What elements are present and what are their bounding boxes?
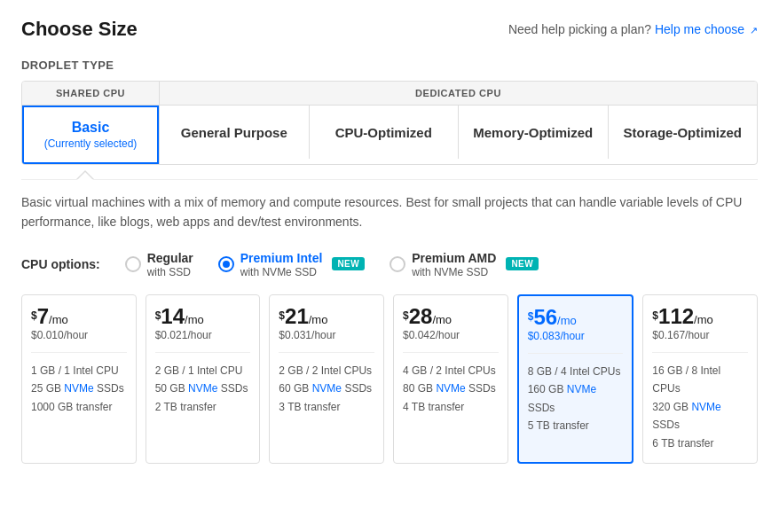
price-hour-5: $0.167/hour [652,329,748,341]
shared-cpu-column: SHARED CPU Basic (Currently selected) [22,82,160,164]
price-main-1: $14/mo [155,306,251,327]
price-hour-3: $0.042/hour [403,329,499,341]
spec-line-4-2: 5 TB transfer [528,417,624,434]
price-per-2: /mo [309,313,328,326]
price-main-5: $112/mo [652,306,748,327]
spec-line-0-0: 1 GB / 1 Intel CPU [31,362,127,379]
spec-line-0-1: 25 GB NVMe SSDs [31,379,127,397]
spec-line-1-2: 2 TB transfer [155,398,251,416]
premium-intel-radio-circle[interactable] [218,256,234,272]
price-amount-3: 28 [409,304,433,328]
spec-line-3-1: 80 GB NVMe SSDs [403,379,499,397]
spec-line-5-2: 6 TB transfer [652,434,748,452]
description-text: Basic virtual machines with a mix of mem… [21,192,758,232]
spec-line-3-2: 4 TB transfer [403,398,499,416]
help-me-choose-link[interactable]: Help me choose [655,22,744,36]
price-hour-1: $0.021/hour [155,329,251,341]
header-row: Choose Size Need help picking a plan? He… [21,18,758,41]
dedicated-options: General Purpose CPU-Optimized Memory-Opt… [160,106,757,159]
general-purpose-label: General Purpose [181,125,287,140]
price-divider-0 [31,352,127,353]
spec-line-5-1: 320 GB NVMe SSDs [652,398,748,434]
premium-intel-new-badge: NEW [332,257,365,270]
spec-line-1-0: 2 GB / 1 Intel CPU [155,362,251,379]
spec-line-0-2: 1000 GB transfer [31,398,127,416]
price-card-2[interactable]: $21/mo $0.031/hour 2 GB / 2 Intel CPUs60… [269,294,384,464]
premium-amd-radio-sublabel: with NVMe SSD [412,266,496,278]
premium-amd-radio-option[interactable]: Premium AMD with NVMe SSD NEW [390,250,539,278]
price-hour-4: $0.083/hour [528,330,624,342]
price-dollar-0: $ [31,309,37,322]
price-card-1[interactable]: $14/mo $0.021/hour 2 GB / 1 Intel CPU50 … [146,294,261,464]
cpu-options-label: CPU options: [21,257,100,271]
price-per-5: /mo [694,313,713,326]
price-main-2: $21/mo [279,306,374,327]
price-divider-1 [155,352,251,353]
price-divider-4 [528,353,624,354]
premium-amd-new-badge: NEW [506,257,539,270]
price-divider-5 [652,352,748,353]
price-amount-2: 21 [285,304,309,328]
price-per-1: /mo [185,313,204,326]
premium-amd-radio-label: Premium AMD [412,250,496,266]
spec-line-1-1: 50 GB NVMe SSDs [155,379,251,397]
price-hour-2: $0.031/hour [279,329,374,341]
dedicated-cpu-header: DEDICATED CPU [160,82,757,106]
droplet-type-container: SHARED CPU Basic (Currently selected) DE… [21,81,758,165]
cpu-options-row: CPU options: Regular with SSD Premium In… [21,250,758,278]
price-card-4[interactable]: $56/mo $0.083/hour 8 GB / 4 Intel CPUs16… [517,294,634,464]
price-main-4: $56/mo [528,307,624,328]
price-main-3: $28/mo [403,306,499,327]
basic-option[interactable]: Basic (Currently selected) [22,106,159,164]
price-amount-0: 7 [37,304,49,328]
price-per-4: /mo [557,314,577,327]
price-card-0[interactable]: $7/mo $0.010/hour 1 GB / 1 Intel CPU25 G… [21,294,137,464]
price-amount-4: 56 [533,305,557,329]
external-link-icon: ↗ [750,25,758,35]
price-card-5[interactable]: $112/mo $0.167/hour 16 GB / 8 Intel CPUs… [642,294,758,464]
premium-intel-radio-sublabel: with NVMe SSD [240,266,323,278]
dedicated-cpu-column: DEDICATED CPU General Purpose CPU-Optimi… [160,82,757,164]
premium-intel-radio-option[interactable]: Premium Intel with NVMe SSD NEW [218,250,365,278]
price-hour-0: $0.010/hour [31,329,127,341]
price-main-0: $7/mo [31,306,127,327]
basic-option-name: Basic [33,120,148,136]
triangle-arrow [76,170,94,179]
price-card-3[interactable]: $28/mo $0.042/hour 4 GB / 2 Intel CPUs80… [393,294,508,464]
storage-optimized-option[interactable]: Storage-Optimized [609,106,758,159]
regular-radio-label: Regular [147,250,193,266]
memory-optimized-option[interactable]: Memory-Optimized [459,106,609,159]
price-amount-5: 112 [658,304,694,328]
spec-line-2-2: 3 TB transfer [279,398,374,416]
spec-line-4-1: 160 GB NVMe SSDs [528,380,624,417]
page-title: Choose Size [21,18,138,41]
spec-line-2-0: 2 GB / 2 Intel CPUs [279,362,374,379]
cpu-optimized-label: CPU-Optimized [335,125,432,140]
price-divider-2 [279,352,374,353]
premium-amd-radio-circle[interactable] [390,256,405,272]
premium-intel-radio-label: Premium Intel [240,250,323,266]
pricing-cards: $7/mo $0.010/hour 1 GB / 1 Intel CPU25 G… [21,294,758,464]
regular-radio-sublabel: with SSD [147,266,193,278]
basic-option-selected-label: (Currently selected) [33,137,148,150]
price-divider-3 [403,352,499,353]
cpu-optimized-option[interactable]: CPU-Optimized [310,106,460,159]
storage-optimized-label: Storage-Optimized [624,125,742,140]
help-text: Need help picking a plan? [508,22,651,36]
premium-amd-radio-text: Premium AMD with NVMe SSD [412,250,496,278]
spec-line-3-0: 4 GB / 2 Intel CPUs [403,362,499,379]
general-purpose-option[interactable]: General Purpose [160,106,310,159]
regular-radio-text: Regular with SSD [147,250,193,278]
regular-radio-option[interactable]: Regular with SSD [125,250,193,278]
shared-cpu-header: SHARED CPU [22,82,159,106]
divider-line [21,179,758,180]
spec-line-5-0: 16 GB / 8 Intel CPUs [652,362,748,398]
spec-line-2-1: 60 GB NVMe SSDs [279,379,374,397]
price-per-3: /mo [432,313,452,326]
price-per-0: /mo [49,313,68,326]
memory-optimized-label: Memory-Optimized [473,125,593,140]
help-section: Need help picking a plan? Help me choose… [508,22,758,36]
premium-intel-radio-text: Premium Intel with NVMe SSD [240,250,323,278]
spec-line-4-0: 8 GB / 4 Intel CPUs [528,363,624,380]
regular-radio-circle[interactable] [125,256,141,272]
